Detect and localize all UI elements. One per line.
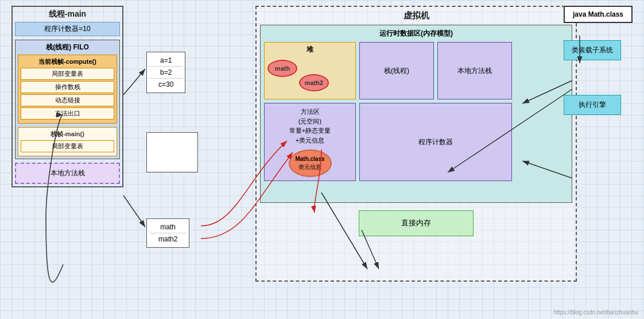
stack-thread-box: 栈(线程) [359, 42, 434, 99]
math-class-sublabel: 类元信息 [298, 163, 321, 171]
runtime-title: 运行时数据区(内存模型) [264, 29, 568, 39]
program-counter-jvm: 程序计数器 [359, 103, 512, 181]
frame-item-exit: 方法出口 [21, 107, 114, 120]
thread-main-section: 线程-main 程序计数器=10 栈(线程) FILO 当前栈帧-compute… [11, 6, 123, 187]
native-method-box: 本地方法栈 [437, 42, 512, 99]
stack-title: 栈(线程) FILO [18, 43, 117, 52]
direct-memory-container: 直接内存 [260, 207, 572, 248]
executor-label: 执行引擎 [579, 101, 606, 109]
frame-main-local: 局部变量表 [21, 140, 114, 152]
stack-thread-label: 栈(线程) [384, 66, 409, 76]
vars-bottom-box: math math2 [146, 218, 189, 248]
runtime-area: 运行时数据区(内存模型) 堆 math math2 栈(线程) 本地方法栈 [260, 25, 572, 203]
executor-box: 执行引擎 [564, 95, 621, 115]
program-counter-box: 程序计数器=10 [15, 22, 120, 36]
right-section: java Math.class 类装载子系统 执行引擎 [564, 6, 633, 115]
jvm-title: 虚拟机 [260, 10, 572, 21]
var-math: math [149, 221, 187, 233]
java-math-class-box: java Math.class [564, 6, 633, 23]
frame-compute: 当前栈帧-compute() 局部变量表 操作数栈 动态链接 方法出口 [18, 55, 117, 124]
direct-memory-box: 直接内存 [359, 210, 474, 236]
native-method-label: 本地方法栈 [457, 66, 492, 76]
program-counter-jvm-label: 程序计数器 [418, 137, 453, 147]
empty-box-mid [146, 132, 198, 172]
math-class-label: Math.class [295, 155, 324, 163]
frame-item-dynamic: 动态链接 [21, 94, 114, 106]
class-loader-container: 类装载子系统 [564, 40, 633, 60]
method-area-text: 方法区(元空间)常量+静态变量+类元信息 [268, 107, 352, 145]
var-c: c=30 [149, 79, 183, 90]
jvm-section: 虚拟机 运行时数据区(内存模型) 堆 math math2 栈(线程) 本地 [255, 6, 577, 282]
frame-main: 栈帧-main() 局部变量表 [18, 127, 117, 156]
var-math2: math2 [149, 233, 187, 245]
heap-obj-math: math [267, 60, 297, 77]
native-stack-box: 本地方法栈 [15, 163, 120, 184]
var-b: b=2 [149, 67, 183, 79]
java-math-class-label: java Math.class [573, 10, 623, 18]
watermark: https://blog.csdn.net/banzhuanhu [554, 309, 638, 316]
heap-box: 堆 math math2 [264, 42, 356, 99]
stack-section: 栈(线程) FILO 当前栈帧-compute() 局部变量表 操作数栈 动态链… [15, 40, 120, 159]
heap-title: 堆 [267, 45, 353, 55]
frame-item-local: 局部变量表 [21, 68, 114, 80]
frame-main-title: 栈帧-main() [21, 130, 114, 139]
vars-top-box: a=1 b=2 c=30 [146, 52, 185, 93]
class-loader-label: 类装载子系统 [572, 46, 613, 54]
diagram-container: 线程-main 程序计数器=10 栈(线程) FILO 当前栈帧-compute… [0, 0, 644, 319]
thread-main-title: 线程-main [15, 9, 120, 20]
class-loader-box: 类装载子系统 [564, 40, 621, 60]
frame-item-operand: 操作数栈 [21, 81, 114, 93]
direct-memory-label: 直接内存 [401, 218, 431, 227]
math-class-info: Math.class 类元信息 [289, 149, 332, 177]
var-a: a=1 [149, 55, 183, 67]
heap-obj-math2: math2 [299, 74, 329, 91]
frame-compute-title: 当前栈帧-compute() [21, 57, 114, 66]
method-area-box: 方法区(元空间)常量+静态变量+类元信息 Math.class 类元信息 [264, 103, 356, 181]
runtime-grid: 堆 math math2 栈(线程) 本地方法栈 方法区(元空间)常 [264, 42, 568, 181]
